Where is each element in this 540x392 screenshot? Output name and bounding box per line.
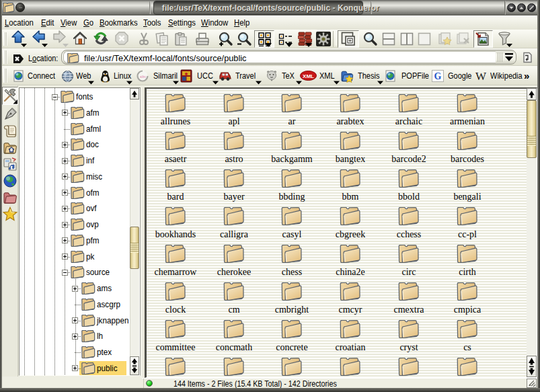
svg-text:G: G xyxy=(434,71,442,81)
svg-text:W: W xyxy=(475,70,487,82)
svg-text:silm: silm xyxy=(140,75,146,79)
svg-text:XML: XML xyxy=(303,73,314,79)
